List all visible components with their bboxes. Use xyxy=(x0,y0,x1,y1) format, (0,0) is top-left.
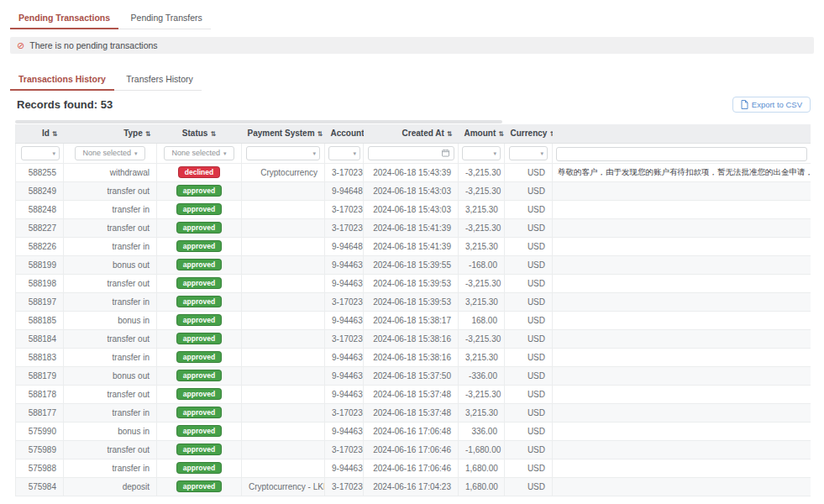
cell-currency: USD xyxy=(505,366,553,385)
filter-status-dropdown[interactable]: None selected▾ xyxy=(164,146,234,160)
chevron-down-icon: ▾ xyxy=(52,150,55,156)
cell-payment_system xyxy=(242,292,325,311)
column-header-status[interactable]: Status⇅ xyxy=(157,124,242,143)
cell-currency: USD xyxy=(505,348,553,366)
sort-icon: ⇅ xyxy=(447,130,453,138)
status-badge-approved: approved xyxy=(176,333,222,345)
cell-type: bonus out xyxy=(64,366,157,385)
filter-created_at-datepicker[interactable] xyxy=(368,146,454,160)
cell-account: 3-170230 xyxy=(325,163,364,181)
cell-amount: 1,680.00 xyxy=(459,459,505,477)
cell-status: approved xyxy=(157,255,242,274)
cell-account: 9-946485 xyxy=(325,237,364,255)
filter-currency-dropdown[interactable]: ▾ xyxy=(509,146,548,160)
column-header-currency[interactable]: Currency⇅ xyxy=(505,124,553,143)
column-header-id[interactable]: Id⇅ xyxy=(16,124,64,143)
cell-type: transfer in xyxy=(64,348,157,366)
filter-value: None selected xyxy=(82,149,131,157)
cell-amount: 336.00 xyxy=(459,422,505,440)
cell-comment xyxy=(553,329,811,348)
cell-comment xyxy=(553,459,811,477)
tab-pending-transactions[interactable]: Pending Transactions xyxy=(10,7,118,29)
transactions-table: Id⇅Type⇅Status⇅Payment System⇅Account⇅Cr… xyxy=(15,124,811,496)
cell-account: 9-944639 xyxy=(325,348,364,366)
status-badge-approved: approved xyxy=(176,240,222,253)
cell-id: 588183 xyxy=(16,348,64,366)
cell-id: 588248 xyxy=(16,200,64,218)
cell-amount: -168.00 xyxy=(459,255,505,274)
horizontal-scrollbar-thumb[interactable] xyxy=(15,120,502,123)
cell-type: transfer in xyxy=(64,200,157,218)
column-header-created_at[interactable]: Created At⇅ xyxy=(364,124,459,143)
cell-created_at: 2024-06-18 15:43:39 xyxy=(364,163,459,181)
cell-created_at: 2024-06-18 15:37:48 xyxy=(364,403,459,422)
horizontal-scrollbar xyxy=(15,120,811,123)
cell-amount: -1,680.00 xyxy=(459,440,505,459)
tab-pending-transfers[interactable]: Pending Transfers xyxy=(123,7,211,29)
cell-status: approved xyxy=(157,385,242,403)
column-header-comment xyxy=(553,124,811,143)
column-label: Type xyxy=(123,129,143,138)
status-badge-approved: approved xyxy=(176,480,222,493)
cell-account: 3-170230 xyxy=(325,440,364,459)
cell-amount: -3,215.30 xyxy=(459,329,505,348)
cell-created_at: 2024-06-18 15:39:53 xyxy=(364,292,459,311)
cell-comment xyxy=(553,385,811,403)
filter-payment_system-dropdown[interactable]: ▾ xyxy=(246,146,320,160)
cell-account: 9-944639 xyxy=(325,422,364,440)
cell-amount: 3,215.30 xyxy=(459,403,505,422)
column-label: Created At xyxy=(402,129,444,138)
sort-icon: ⇅ xyxy=(498,130,504,138)
cell-id: 588249 xyxy=(16,181,64,200)
filter-account-dropdown[interactable]: ▾ xyxy=(328,146,360,160)
cell-amount: 3,215.30 xyxy=(459,237,505,255)
cell-account: 3-170230 xyxy=(325,292,364,311)
cell-created_at: 2024-06-18 15:41:39 xyxy=(364,218,459,237)
cell-payment_system xyxy=(242,329,325,348)
tab-transactions-history[interactable]: Transactions History xyxy=(10,68,114,91)
cell-currency: USD xyxy=(505,422,553,440)
status-badge-approved: approved xyxy=(176,277,222,290)
cell-type: transfer out xyxy=(64,385,157,403)
table-toolbar: Records found: 53 Export to CSV xyxy=(17,97,811,113)
cell-currency: USD xyxy=(505,237,553,255)
column-label: Account xyxy=(331,129,364,138)
filter-amount-dropdown[interactable]: ▾ xyxy=(462,146,501,160)
filter-comment-input[interactable] xyxy=(556,147,807,161)
export-to-csv-button[interactable]: Export to CSV xyxy=(732,97,811,113)
status-badge-approved: approved xyxy=(176,462,222,475)
column-header-amount[interactable]: Amount⇅ xyxy=(459,124,505,143)
cell-payment_system xyxy=(242,440,325,459)
chevron-down-icon: ▾ xyxy=(223,150,227,156)
filter-type-dropdown[interactable]: None selected▾ xyxy=(75,146,145,160)
cell-payment_system: Cryptocurrency - LKP xyxy=(242,477,325,496)
records-found-label: Records found: 53 xyxy=(17,98,113,111)
cell-created_at: 2024-06-18 15:43:03 xyxy=(364,181,459,200)
cell-amount: -336.00 xyxy=(459,366,505,385)
status-badge-approved: approved xyxy=(176,296,222,308)
status-badge-declined: declined xyxy=(178,166,220,179)
cell-comment xyxy=(553,255,811,274)
column-header-type[interactable]: Type⇅ xyxy=(64,124,157,143)
filter-value: None selected xyxy=(171,149,220,157)
cell-account: 3-170230 xyxy=(325,218,364,237)
column-header-account[interactable]: Account⇅ xyxy=(325,124,364,143)
cell-currency: USD xyxy=(505,181,553,200)
tab-transfers-history[interactable]: Transfers History xyxy=(118,68,202,91)
cell-comment xyxy=(553,403,811,422)
filter-id-dropdown[interactable]: ▾ xyxy=(21,146,60,160)
chevron-down-icon: ▾ xyxy=(493,150,496,156)
cell-status: approved xyxy=(157,329,242,348)
cell-id: 588185 xyxy=(16,311,64,329)
chevron-down-icon: ▾ xyxy=(134,150,138,156)
cell-status: approved xyxy=(157,440,242,459)
column-label: Status xyxy=(182,129,208,138)
table-row: 588248transfer inapproved3-1702302024-06… xyxy=(16,200,811,218)
table-row: 588178transfer outapproved9-9446392024-0… xyxy=(16,385,811,403)
column-header-payment_system[interactable]: Payment System⇅ xyxy=(242,124,325,143)
table-row: 575990bonus inapproved9-9446392024-06-16… xyxy=(16,422,811,440)
table-row: 588183transfer inapproved9-9446392024-06… xyxy=(16,348,811,366)
table-row: 575984depositapprovedCryptocurrency - LK… xyxy=(16,477,811,496)
history-tabs: Transactions History Transfers History xyxy=(10,68,202,91)
cell-payment_system xyxy=(242,459,325,477)
